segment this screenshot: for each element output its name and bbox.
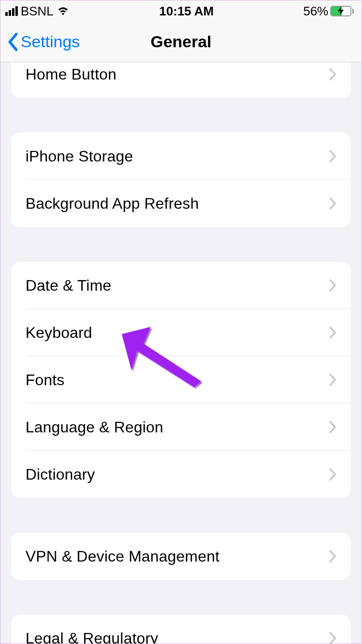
row-label: Keyboard: [26, 324, 92, 342]
chevron-right-icon: [329, 373, 336, 387]
group-spacer: [11, 498, 351, 533]
row-label: Background App Refresh: [26, 195, 199, 213]
row-label: Dictionary: [26, 466, 95, 483]
chevron-right-icon: [329, 197, 336, 210]
status-time: 10:15 AM: [159, 4, 214, 19]
status-right: 56%: [303, 4, 354, 19]
row-label: Fonts: [26, 371, 65, 389]
chevron-right-icon: [329, 326, 336, 339]
row-dictionary[interactable]: Dictionary: [11, 451, 351, 498]
row-keyboard[interactable]: Keyboard: [11, 309, 351, 356]
row-background-app-refresh[interactable]: Background App Refresh: [11, 180, 351, 227]
row-legal-regulatory[interactable]: Legal & Regulatory: [11, 615, 351, 644]
status-left: BSNL: [5, 4, 70, 19]
group-spacer: [11, 580, 351, 615]
charging-bolt-icon: [338, 4, 344, 19]
settings-group: Home Button: [11, 62, 351, 98]
carrier-label: BSNL: [21, 4, 53, 19]
row-label: Legal & Regulatory: [26, 630, 158, 644]
status-bar: BSNL 10:15 AM 56%: [0, 0, 362, 22]
back-button[interactable]: Settings: [0, 32, 80, 51]
wifi-icon: [56, 4, 70, 19]
row-label: Home Button: [26, 66, 116, 83]
chevron-right-icon: [329, 67, 336, 81]
group-spacer: [11, 227, 351, 262]
content-scroll[interactable]: Home Button iPhone Storage Background Ap…: [0, 62, 362, 644]
cellular-signal-icon: [5, 6, 18, 16]
row-label: VPN & Device Management: [26, 548, 220, 565]
row-home-button[interactable]: Home Button: [11, 62, 351, 98]
chevron-right-icon: [329, 420, 336, 434]
back-label: Settings: [21, 32, 80, 51]
settings-group: Legal & Regulatory: [11, 615, 351, 644]
settings-group: iPhone Storage Background App Refresh: [11, 133, 351, 227]
row-language-region[interactable]: Language & Region: [11, 403, 351, 451]
row-label: Date & Time: [26, 277, 111, 295]
settings-group: Date & Time Keyboard Fonts Language & Re…: [11, 262, 351, 498]
row-vpn-device-management[interactable]: VPN & Device Management: [11, 533, 351, 580]
row-date-time[interactable]: Date & Time: [11, 262, 351, 309]
row-label: Language & Region: [26, 418, 163, 436]
group-spacer: [11, 98, 351, 133]
chevron-right-icon: [329, 468, 336, 481]
chevron-left-icon: [7, 33, 19, 51]
settings-group: VPN & Device Management: [11, 533, 351, 580]
row-fonts[interactable]: Fonts: [11, 356, 351, 403]
row-label: iPhone Storage: [26, 148, 133, 165]
battery-percent-label: 56%: [303, 4, 328, 19]
chevron-right-icon: [329, 550, 336, 563]
battery-icon: [330, 6, 354, 16]
chevron-right-icon: [329, 279, 336, 292]
row-iphone-storage[interactable]: iPhone Storage: [11, 133, 351, 180]
chevron-right-icon: [329, 149, 336, 163]
nav-bar: Settings General: [0, 22, 362, 62]
chevron-right-icon: [329, 631, 336, 644]
